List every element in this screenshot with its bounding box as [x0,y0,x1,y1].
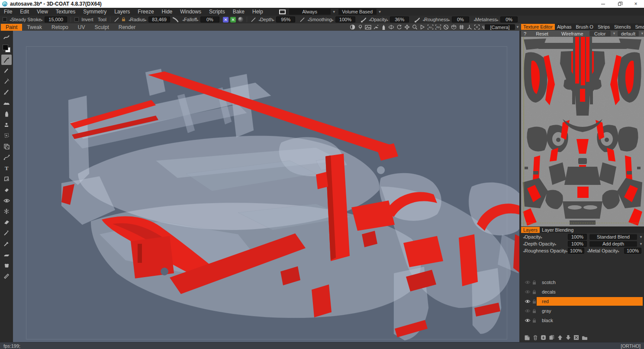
rotate-view-icon[interactable] [396,24,402,30]
pan-move-icon[interactable] [403,24,410,30]
menu-layers[interactable]: Layers [110,9,134,15]
menu-help[interactable]: Help [248,9,267,15]
help-button[interactable]: ? [524,31,526,36]
clear-blue-icon[interactable]: ✕ [223,17,229,23]
new-layer-icon[interactable] [524,334,530,341]
tab-layers[interactable]: Layers [521,227,540,233]
stroke-mode-icon[interactable] [1,32,12,42]
ruler-tool[interactable] [1,271,12,281]
clear-green-icon[interactable]: ✕ [230,17,236,23]
layer-opacity-value[interactable]: 100% [568,234,587,240]
smoothing-label[interactable]: ◂Smoothing▸ [307,17,334,22]
lasso-select-icon[interactable] [1,130,12,141]
fit-screen-icon[interactable] [473,24,480,30]
tab-texture-editor[interactable]: Texture Editor [521,24,555,30]
menu-freeze[interactable]: Freeze [134,9,158,15]
grid-icon[interactable] [458,24,465,30]
roughness-opacity-label[interactable]: ◂Roughness Opacity▸ [523,248,568,253]
layer-row-gray[interactable]: gray [521,306,644,316]
tab-stencils[interactable]: Stencils [612,24,633,30]
eraser-tool[interactable] [1,184,12,195]
chevron-down-icon[interactable]: ▼ [639,235,643,239]
opacity-value[interactable]: 36% [390,16,409,23]
depth-value[interactable]: 95% [276,16,295,23]
roughness-value[interactable]: 0% [452,16,469,23]
copy-tool[interactable] [1,141,12,152]
clay-tool[interactable] [1,98,12,108]
fill-tool[interactable] [1,109,12,119]
layer-name[interactable]: black [542,318,553,323]
pencil-tool[interactable] [1,65,12,76]
tab-sculpt[interactable]: Sculpt [90,24,113,31]
tab-alphas[interactable]: Alphas [555,24,574,30]
tab-tweak[interactable]: Tweak [22,24,47,31]
wireframe-button[interactable]: Wireframe [561,31,583,36]
blend-mode-dropdown[interactable]: Standard Blend [589,234,637,240]
layer-row-red[interactable]: red [521,297,644,306]
magic-wand-tool[interactable] [1,228,12,238]
duplicate-layer-icon[interactable] [548,334,555,341]
move-layer-up-icon[interactable] [557,334,563,341]
depth-opacity-value[interactable]: 100% [568,241,587,247]
menu-hide[interactable]: Hide [158,9,177,15]
pen-pressure-depth-icon[interactable] [251,17,256,23]
spline-tool[interactable] [1,152,12,162]
airbrush-tool[interactable] [1,76,12,87]
layer-row-scotch[interactable]: scotch [521,278,644,287]
layer-folder-icon[interactable] [581,334,588,341]
chevron-down-icon[interactable]: ▼ [516,25,519,29]
restore-button[interactable] [611,0,628,8]
tab-strips[interactable]: Strips [596,24,612,30]
depth-label[interactable]: ◂Depth▸ [258,17,274,22]
texture-editor-canvas[interactable] [521,37,644,226]
lock-icon[interactable] [532,299,537,304]
falloff-label[interactable]: ◂Falloff▸ [182,17,199,22]
steady-stroke-label[interactable]: ◂Steady Stroke▸ [10,17,43,22]
uv-set-dropdown[interactable]: default [618,31,639,36]
car-model-canvas[interactable] [13,31,519,342]
steady-stroke-checkbox[interactable] [3,17,7,22]
iron-tool[interactable] [1,249,12,260]
menu-textures[interactable]: Textures [52,9,79,15]
background-image-icon[interactable] [364,24,371,30]
lock-icon[interactable] [532,280,537,285]
contrast-icon[interactable] [349,24,356,30]
material-sphere-icon[interactable] [238,17,243,22]
layer-name[interactable]: scotch [542,280,556,285]
steady-stroke-value[interactable]: 15,000 [45,16,67,23]
reset-button[interactable]: Reset [536,31,548,36]
droplet-icon[interactable] [380,24,387,30]
menu-view[interactable]: View [33,9,52,15]
eye-icon[interactable] [525,299,531,304]
rotate-3d-icon[interactable] [388,24,395,30]
color-swatch-icon[interactable] [1,43,12,54]
frame-all-icon[interactable]: ALL [427,24,434,30]
eye-icon[interactable] [525,309,531,313]
pen-pressure-radius-icon[interactable] [114,17,119,23]
tool-menu[interactable]: Tool [98,17,106,22]
image-plane-tool[interactable] [1,174,12,184]
delete-layer-icon[interactable] [532,334,538,341]
lock-icon[interactable] [532,290,537,294]
move-layer-down-icon[interactable] [565,334,571,341]
depth-opacity-label[interactable]: ◂Depth Opacity▸ [523,241,557,246]
invert-checkbox[interactable] [74,17,79,22]
clear-layer-icon[interactable] [573,334,580,341]
lock-icon[interactable] [532,318,537,323]
radius-value[interactable]: 83,469 [148,16,170,23]
freeze-tool[interactable] [1,206,12,217]
zoom-icon[interactable] [411,24,418,30]
layer-name[interactable]: red [542,299,549,304]
layer-name[interactable]: decals [542,289,556,294]
shader-brush-tool[interactable] [1,87,12,97]
eye-icon[interactable] [525,280,531,284]
chevron-down-icon[interactable]: ▼ [332,10,336,14]
eye-icon[interactable] [525,318,531,323]
tab-brush-options[interactable]: Brush O [574,24,596,30]
layer-opacity-label[interactable]: ◂Opacity▸ [523,234,542,239]
text-tool[interactable]: T [1,163,12,173]
channel-dropdown[interactable]: Color [589,31,611,36]
tab-smart-materials[interactable]: Smart M [633,24,644,30]
depth-blend-dropdown[interactable]: Add depth [589,241,637,247]
metalness-label[interactable]: ◂Metalness▸ [473,17,499,22]
